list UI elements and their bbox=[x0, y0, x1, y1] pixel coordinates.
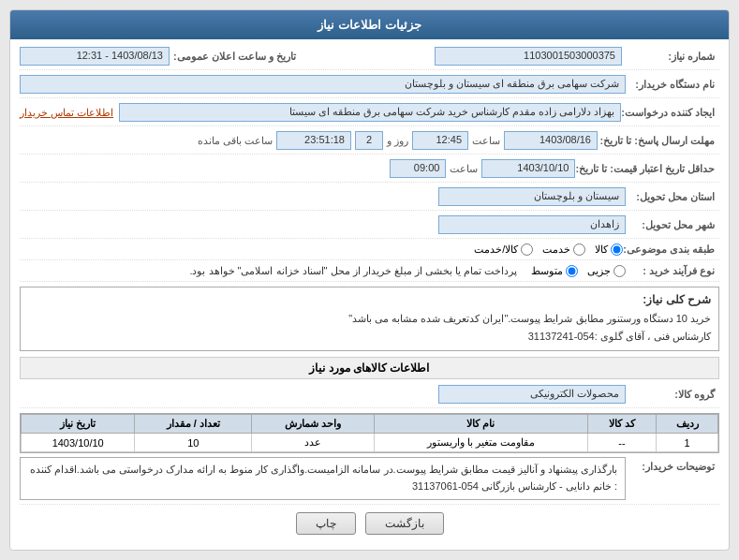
roz-label: روز و bbox=[387, 135, 408, 147]
kala-table: ردیف کد کالا نام کالا واحد شمارش تعداد /… bbox=[21, 414, 718, 452]
tamas-kharidar-link[interactable]: اطلاعات تماس خریدار bbox=[20, 107, 113, 119]
col-radif: ردیف bbox=[657, 415, 718, 434]
radio-khadamat-label: خدمت bbox=[542, 243, 570, 256]
radio-motevaset-input[interactable] bbox=[566, 265, 578, 277]
row-ijad: ایجاد کننده درخواست: بهزاد دلارامی زاده … bbox=[20, 103, 719, 126]
shahr-label: شهر محل تحویل: bbox=[626, 219, 719, 231]
table-cell: 1 bbox=[657, 434, 718, 452]
tarikh-elan-label: تاریخ و ساعت اعلان عمومی: bbox=[173, 51, 301, 63]
ostan-value: سیستان و بلوچستان bbox=[438, 187, 626, 206]
tabaghe-label: طبقه بندی موضوعی: bbox=[623, 243, 719, 256]
radio-jozi-label: جزیی bbox=[587, 265, 611, 277]
sharh-koli-box: شرح کلی نیاز: خرید 10 دستگاه ورستنور مطا… bbox=[20, 287, 719, 351]
col-tedad: تعداد / مقدار bbox=[135, 415, 252, 434]
row-hadaghal: حداقل تاریخ اعتبار قیمت: تا تاریخ: 1403/… bbox=[20, 159, 719, 183]
saat2-value: 09:00 bbox=[390, 159, 446, 178]
row-namdastgah: نام دستگاه خریدار: شرکت سهامی برق منطقه … bbox=[20, 75, 719, 98]
back-button[interactable]: بازگشت bbox=[365, 512, 444, 535]
row-mohlet: مهلت ارسال پاسخ: تا تاریخ: 1403/08/16 سا… bbox=[20, 131, 719, 155]
kala-table-body: 1--مقاومت متغیر با واریستورعدد101403/10/… bbox=[22, 434, 718, 452]
table-cell: 10 bbox=[135, 434, 252, 452]
page-header: جزئیات اطلاعات نیاز bbox=[10, 10, 729, 39]
radio-khadamat-input[interactable] bbox=[573, 243, 585, 256]
radio-khadamat[interactable]: خدمت bbox=[542, 243, 585, 256]
noe-radio-group: جزیی متوسط bbox=[531, 265, 626, 277]
radio-kala-khadamat-label: کالا/خدمت bbox=[474, 243, 518, 256]
shomare-label: شماره نیاز: bbox=[626, 51, 719, 63]
tabaghe-radio-group: کالا خدمت کالا/خدمت bbox=[474, 243, 623, 256]
radio-motevaset[interactable]: متوسط bbox=[531, 265, 578, 277]
shahr-value: زاهدان bbox=[438, 215, 626, 234]
radio-jozi-input[interactable] bbox=[613, 265, 626, 277]
col-nam: نام کالا bbox=[374, 415, 587, 434]
ijad-label: ایجاد کننده درخواست: bbox=[621, 107, 719, 119]
saat-label: ساعت bbox=[472, 135, 500, 147]
mohlet-label: مهلت ارسال پاسخ: تا تاریخ: bbox=[598, 135, 719, 147]
table-cell: مقاومت متغیر با واریستور bbox=[374, 434, 587, 452]
hadaghal-label: حداقل تاریخ اعتبار قیمت: تا تاریخ: bbox=[575, 163, 719, 175]
group-kala-label: گروه کالا: bbox=[626, 389, 719, 401]
main-container: جزئیات اطلاعات نیاز شماره نیاز: 11030015… bbox=[9, 9, 730, 551]
radio-kala-label: کالا bbox=[595, 243, 608, 256]
table-cell: -- bbox=[587, 434, 656, 452]
radio-kala[interactable]: کالا bbox=[595, 243, 623, 256]
row-touzih: توضیحات خریدار: بارگذاری پیشنهاد و آنالی… bbox=[20, 457, 719, 504]
radio-kala-khadamat-input[interactable] bbox=[521, 243, 533, 256]
row-tabaghe: طبقه بندی موضوعی: کالا خدمت کالا/خدمت bbox=[20, 243, 719, 260]
tarikh-elan-value: 1403/08/13 - 12:31 bbox=[20, 47, 170, 66]
shomare-group: شماره نیاز: 1103001503000375 bbox=[370, 47, 720, 66]
row-ostan: استان محل تحویل: سیستان و بلوچستان bbox=[20, 187, 719, 211]
shomare-value: 1103001503000375 bbox=[435, 47, 622, 66]
namdastgah-value: شرکت سهامی برق منطقه ای سیستان و بلوچستا… bbox=[20, 75, 626, 94]
radio-kala-khadamat[interactable]: کالا/خدمت bbox=[474, 243, 533, 256]
table-cell: عدد bbox=[252, 434, 374, 452]
col-tarikh: تاریخ نیاز bbox=[22, 415, 135, 434]
ijad-value: بهزاد دلارامی زاده مقدم کارشناس خرید شرک… bbox=[119, 103, 621, 122]
sharh-koli-title: شرح کلی نیاز: bbox=[28, 293, 711, 306]
ettelaat-kala-title: اطلاعات کالاهای مورد نیاز bbox=[20, 357, 719, 379]
touzih-value: بارگذاری پیشنهاد و آنالیز قیمت مطابق شرا… bbox=[20, 457, 626, 499]
row-shahr: شهر محل تحویل: زاهدان bbox=[20, 215, 719, 239]
group-kala-value: محصولات الکترونیکی bbox=[438, 385, 626, 404]
touzih-label: توضیحات خریدار: bbox=[626, 457, 719, 473]
table-header-row: ردیف کد کالا نام کالا واحد شمارش تعداد /… bbox=[22, 415, 718, 434]
radio-kala-input[interactable] bbox=[611, 243, 623, 256]
row-noe-farayand: نوع فرآیند خرید : جزیی متوسط پرداخت تمام… bbox=[20, 265, 719, 282]
baghimande-value: 23:51:18 bbox=[276, 131, 351, 150]
sharh-koli-line2: کارشناس فنی ، آقای گلوی :054-31137241 bbox=[28, 328, 711, 346]
print-button[interactable]: چاپ bbox=[296, 512, 356, 535]
sharh-koli-line1: خرید 10 دستگاه ورستنور مطابق شرایط پیوست… bbox=[28, 310, 711, 328]
radio-jozi[interactable]: جزیی bbox=[587, 265, 626, 277]
ostan-label: استان محل تحویل: bbox=[626, 191, 719, 203]
row-group-kala: گروه کالا: محصولات الکترونیکی bbox=[20, 385, 719, 408]
farayand-note: پرداخت تمام یا بخشی از مبلغ خریدار از مح… bbox=[189, 265, 517, 277]
table-row: 1--مقاومت متغیر با واریستورعدد101403/10/… bbox=[22, 434, 718, 452]
noe-label: نوع فرآیند خرید : bbox=[626, 265, 719, 277]
saat-value: 12:45 bbox=[412, 131, 468, 150]
tarikh-elan-group: تاریخ و ساعت اعلان عمومی: 1403/08/13 - 1… bbox=[20, 47, 370, 66]
button-group: بازگشت چاپ bbox=[20, 512, 719, 542]
radio-motevaset-label: متوسط bbox=[531, 265, 563, 277]
namdastgah-label: نام دستگاه خریدار: bbox=[626, 79, 719, 91]
date1-value: 1403/08/16 bbox=[504, 131, 598, 150]
row-shomare: شماره نیاز: 1103001503000375 تاریخ و ساع… bbox=[20, 47, 719, 70]
saat2-label: ساعت bbox=[450, 163, 478, 175]
content-area: شماره نیاز: 1103001503000375 تاریخ و ساع… bbox=[10, 39, 729, 550]
kala-table-container: ردیف کد کالا نام کالا واحد شمارش تعداد /… bbox=[20, 413, 719, 453]
page-title: جزئیات اطلاعات نیاز bbox=[318, 18, 421, 32]
table-cell: 1403/10/10 bbox=[22, 434, 135, 452]
baghimande-label: ساعت باقی مانده bbox=[198, 135, 273, 147]
roz-value: 2 bbox=[355, 131, 383, 150]
col-kod: کد کالا bbox=[587, 415, 656, 434]
date2-value: 1403/10/10 bbox=[481, 159, 575, 178]
col-vahed: واحد شمارش bbox=[252, 415, 374, 434]
